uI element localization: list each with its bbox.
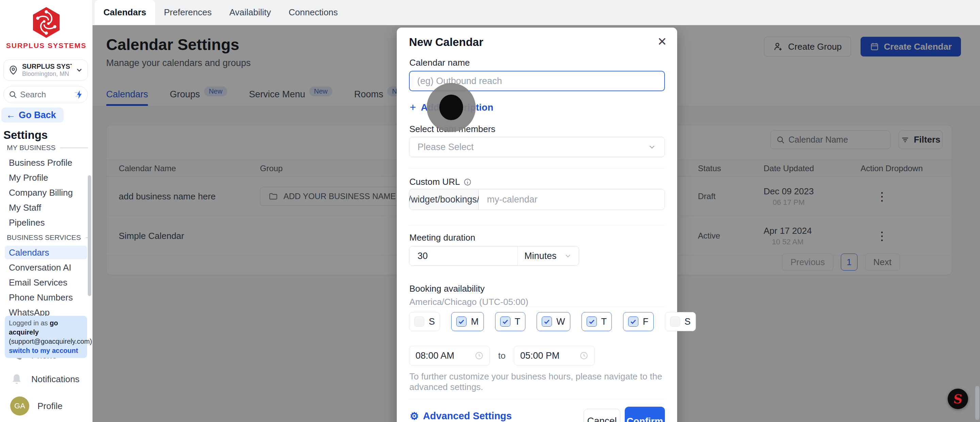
sidebar-item-notifications[interactable]: Notifications (10, 373, 80, 385)
chevron-down-icon (648, 143, 656, 151)
settings-nav: MY BUSINESS Business Profile My Profile … (0, 140, 92, 320)
plus-icon: + (410, 101, 416, 114)
start-time-picker[interactable] (409, 346, 490, 366)
checkbox-icon (456, 317, 466, 327)
avatar: GA (10, 397, 29, 416)
quick-actions-bolt-icon[interactable] (74, 89, 84, 100)
custom-url-group: /widget/bookings/ (409, 189, 665, 210)
calendar-name-label: Calendar name (409, 57, 470, 68)
checkbox-icon (587, 317, 597, 327)
day-checkbox-monday[interactable]: M (451, 312, 484, 331)
chevron-down-icon (75, 66, 83, 74)
close-icon[interactable]: ✕ (657, 36, 667, 47)
clock-icon (579, 351, 588, 360)
checkbox-icon (628, 317, 638, 327)
url-prefix: /widget/bookings/ (409, 189, 479, 210)
sidebar-item-email-services[interactable]: Email Services (5, 275, 87, 289)
top-tab-bar: Calendars Preferences Availability Conne… (92, 0, 980, 25)
logged-in-banner: Logged in as go acquirely (support@goacq… (5, 316, 87, 358)
day-checkbox-friday[interactable]: F (623, 312, 654, 331)
meeting-duration-group: Minutes (409, 246, 579, 266)
widget-logo-icon: S (953, 392, 963, 406)
sidebar-scrollbar[interactable] (88, 175, 91, 296)
bell-icon (10, 373, 23, 385)
sidebar-item-business-profile[interactable]: Business Profile (5, 156, 87, 169)
end-time-picker[interactable] (514, 346, 595, 366)
hours-helper-text: To further customize your business hours… (409, 371, 668, 392)
location-city: Bloomington, MN (22, 70, 72, 78)
day-checkbox-wednesday[interactable]: W (537, 312, 570, 331)
support-widget-button[interactable]: S (948, 389, 968, 409)
go-back-button[interactable]: ← Go Back (2, 108, 64, 123)
cancel-button[interactable]: Cancel (584, 409, 620, 422)
sidebar-item-conversation-ai[interactable]: Conversation AI (5, 261, 87, 274)
chevron-down-icon (564, 252, 572, 260)
custom-url-label: Custom URL (409, 177, 472, 187)
sidebar-item-my-staff[interactable]: My Staff (5, 201, 87, 214)
checkbox-icon (500, 317, 511, 327)
main-content: Calendar Settings Manage your calendars … (92, 25, 980, 422)
info-icon[interactable] (463, 178, 472, 186)
location-name: SURPLUS SYSTEM... (22, 63, 72, 70)
logged-in-email: (support@goacquirely.com) (9, 337, 83, 346)
day-checkbox-thursday[interactable]: T (582, 312, 612, 331)
confirm-button[interactable]: Confirm (625, 407, 665, 422)
sidebar: SURPLUS SYSTEMS SURPLUS SYSTEM... Bloomi… (0, 0, 92, 422)
to-label: to (498, 350, 506, 361)
sidebar-item-profile[interactable]: GA Profile (10, 397, 63, 416)
checkbox-icon (414, 317, 424, 327)
page-scrollbar[interactable] (975, 386, 979, 420)
click-indicator (427, 83, 476, 132)
tab-preferences[interactable]: Preferences (155, 0, 221, 25)
tab-calendars-top[interactable]: Calendars (95, 0, 155, 25)
sidebar-item-phone-numbers[interactable]: Phone Numbers (5, 291, 87, 304)
tab-availability[interactable]: Availability (221, 0, 280, 25)
checkbox-icon (670, 317, 680, 327)
sidebar-item-my-profile[interactable]: My Profile (5, 171, 87, 185)
brand-name: SURPLUS SYSTEMS (0, 41, 92, 50)
end-time-input[interactable] (520, 350, 575, 361)
section-business-services: BUSINESS SERVICES (7, 234, 92, 242)
timezone-label: America/Chicago (UTC-05:00) (409, 297, 528, 307)
duration-unit-select[interactable]: Minutes (517, 247, 579, 266)
advanced-settings-link[interactable]: ⚙ Advanced Settings (410, 410, 512, 422)
start-time-input[interactable] (415, 350, 470, 361)
day-checkbox-sunday[interactable]: S (409, 312, 440, 331)
booking-availability-label: Booking availability (409, 283, 485, 294)
arrow-left-icon: ← (6, 110, 15, 121)
day-checkbox-saturday[interactable]: S (665, 312, 696, 331)
sidebar-item-calendars[interactable]: Calendars (5, 246, 87, 259)
modal-title: New Calendar (409, 36, 483, 49)
search-icon (8, 90, 18, 99)
clock-icon (475, 351, 484, 360)
section-my-business: MY BUSINESS (7, 143, 92, 152)
switch-account-link[interactable]: switch to my account (9, 346, 83, 355)
custom-url-input[interactable] (479, 189, 665, 210)
location-switcher[interactable]: SURPLUS SYSTEM... Bloomington, MN (3, 60, 88, 81)
meeting-duration-label: Meeting duration (409, 232, 476, 243)
weekday-selector: S M T W T F S (409, 312, 696, 331)
sidebar-item-company-billing[interactable]: Company Billing (5, 186, 87, 199)
app-root: SURPLUS SYSTEMS SURPLUS SYSTEM... Bloomi… (0, 0, 980, 422)
team-members-select[interactable]: Please Select (409, 137, 665, 157)
tab-connections[interactable]: Connections (280, 0, 347, 25)
duration-value-input[interactable] (409, 247, 517, 266)
location-pin-icon (8, 65, 19, 76)
day-checkbox-tuesday[interactable]: T (495, 312, 526, 331)
click-indicator-dot (439, 95, 463, 120)
hours-range: to (409, 346, 595, 366)
sidebar-search[interactable] (3, 86, 88, 103)
gear-icon: ⚙ (410, 410, 419, 422)
checkbox-icon (542, 317, 552, 327)
surplus-systems-logo-icon (29, 5, 64, 40)
sidebar-search-input[interactable] (20, 90, 71, 99)
sidebar-item-pipelines[interactable]: Pipelines (5, 216, 87, 229)
settings-heading: Settings (3, 129, 48, 142)
brand-logo: SURPLUS SYSTEMS (0, 5, 92, 50)
